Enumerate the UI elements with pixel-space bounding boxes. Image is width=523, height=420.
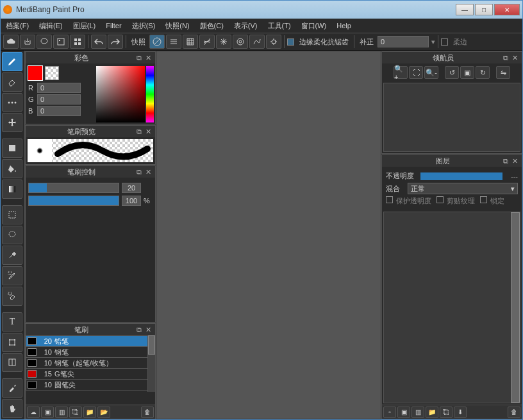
aa-checkbox[interactable]: [287, 38, 294, 46]
close-panel-icon[interactable]: ✕: [144, 127, 153, 136]
cloud-icon[interactable]: [3, 35, 19, 49]
snap-parallel-icon[interactable]: [166, 35, 181, 49]
lock-checkbox[interactable]: [480, 196, 487, 203]
brush-size-value[interactable]: 20: [122, 183, 141, 193]
correct-input[interactable]: [378, 36, 429, 47]
foreground-color-swatch[interactable]: [28, 66, 42, 80]
brush-tool-icon[interactable]: [2, 52, 22, 71]
canvas-area[interactable]: [156, 51, 381, 419]
close-panel-icon[interactable]: ✕: [144, 325, 153, 334]
menu-help[interactable]: Help: [336, 22, 351, 29]
trash-icon[interactable]: 🗑: [141, 407, 154, 418]
zoom-in-icon[interactable]: 🔍+: [394, 66, 408, 79]
brush-item[interactable]: 15G笔尖: [26, 368, 155, 380]
dropdown-icon[interactable]: ▾: [431, 38, 435, 46]
navigator-preview[interactable]: [383, 83, 520, 152]
duplicate-brush-icon[interactable]: ⿻: [69, 407, 82, 418]
layer-list[interactable]: [383, 212, 520, 403]
popout-icon[interactable]: ⧉: [501, 156, 510, 165]
brush-item[interactable]: 10钢笔（起笔/收笔）: [26, 357, 155, 369]
menu-filter[interactable]: Filter: [106, 22, 121, 29]
rotate-left-icon[interactable]: ↺: [445, 66, 459, 79]
menu-window[interactable]: 窗口(W): [301, 21, 327, 31]
menu-select[interactable]: 选択(S): [132, 21, 156, 31]
brush-item[interactable]: 10圆笔尖: [26, 379, 155, 391]
menu-layer[interactable]: 图层(L): [73, 21, 95, 31]
cloud-download-icon[interactable]: ☁: [27, 407, 40, 418]
new-layer2-icon[interactable]: ▣: [397, 407, 410, 418]
menu-color[interactable]: 颜色(C): [200, 21, 224, 31]
menu-snap[interactable]: 快照(N): [165, 21, 189, 31]
menu-edit[interactable]: 编辑(E): [39, 21, 63, 31]
menu-view[interactable]: 表示(V): [234, 21, 258, 31]
brush-size-slider[interactable]: [28, 183, 119, 193]
move-tool-icon[interactable]: [2, 113, 22, 132]
folder-icon[interactable]: 📁: [83, 407, 96, 418]
wand-tool-icon[interactable]: [2, 246, 22, 265]
rotate-right-icon[interactable]: ↻: [476, 66, 490, 79]
new-layer3-icon[interactable]: ▥: [411, 407, 424, 418]
add-brush-icon[interactable]: ▣: [41, 407, 54, 418]
snap-radial-icon[interactable]: [216, 35, 231, 49]
color-picker-area[interactable]: [96, 66, 145, 122]
soft-checkbox[interactable]: [441, 38, 448, 46]
delete-layer-icon[interactable]: 🗑: [508, 407, 520, 418]
close-button[interactable]: ✕: [494, 4, 520, 15]
merge-icon[interactable]: ⬇: [454, 407, 467, 418]
divide-tool-icon[interactable]: [2, 353, 22, 373]
r-input[interactable]: [37, 83, 81, 93]
transform-tool-icon[interactable]: [2, 333, 22, 352]
close-panel-icon[interactable]: ✕: [510, 53, 519, 62]
snap-curve-icon[interactable]: [249, 35, 265, 49]
close-panel-icon[interactable]: ✕: [510, 156, 519, 165]
layer-opacity-slider[interactable]: [420, 172, 502, 180]
hue-slider[interactable]: [146, 66, 154, 122]
popout-icon[interactable]: ⧉: [135, 325, 144, 334]
snap-off-icon[interactable]: [149, 35, 165, 49]
protect-alpha-checkbox[interactable]: [386, 196, 393, 203]
snap-perspective-icon[interactable]: [199, 35, 215, 49]
snap-circle-icon[interactable]: [233, 35, 248, 49]
material-icon[interactable]: [53, 35, 69, 49]
menu-file[interactable]: 档案(F): [6, 21, 29, 31]
brush-item[interactable]: 10钢笔: [26, 346, 155, 358]
select-eraser-tool-icon[interactable]: [2, 287, 22, 306]
duplicate-layer-icon[interactable]: ⿻: [440, 407, 452, 418]
popout-icon[interactable]: ⧉: [135, 167, 144, 176]
undo-icon[interactable]: [91, 35, 106, 49]
background-color-swatch[interactable]: [45, 66, 59, 80]
zoom-out-icon[interactable]: 🔍-: [424, 66, 438, 79]
rotate-reset-icon[interactable]: ▣: [460, 66, 474, 79]
comment-icon[interactable]: [37, 35, 52, 49]
snap-grid-icon[interactable]: [183, 35, 198, 49]
popout-icon[interactable]: ⧉: [135, 127, 144, 136]
export-icon[interactable]: [20, 35, 35, 49]
new-layer-icon[interactable]: ▫: [383, 407, 396, 418]
scrollbar[interactable]: [511, 212, 520, 403]
clipping-checkbox[interactable]: [436, 196, 444, 203]
gradient-tool-icon[interactable]: [2, 180, 22, 199]
lasso-tool-icon[interactable]: [2, 226, 22, 245]
eraser-tool-icon[interactable]: [2, 72, 22, 92]
grid-icon[interactable]: [70, 35, 85, 49]
bucket-tool-icon[interactable]: [2, 159, 22, 178]
zoom-fit-icon[interactable]: ⛶: [409, 66, 423, 79]
dot-tool-icon[interactable]: [2, 93, 22, 112]
add-brush2-icon[interactable]: ▥: [55, 407, 68, 418]
redo-icon[interactable]: [108, 35, 123, 49]
brush-opacity-slider[interactable]: [28, 196, 119, 206]
brush-item[interactable]: 20铅笔: [26, 335, 155, 347]
snap-settings-icon[interactable]: [266, 35, 281, 49]
maximize-button[interactable]: □: [475, 4, 493, 15]
close-panel-icon[interactable]: ✕: [144, 167, 153, 176]
folder-open-icon[interactable]: 📂: [97, 407, 110, 418]
eyedropper-tool-icon[interactable]: [2, 378, 22, 398]
g-input[interactable]: [37, 94, 81, 105]
b-input[interactable]: [37, 106, 81, 116]
popout-icon[interactable]: ⧉: [501, 53, 510, 62]
close-panel-icon[interactable]: ✕: [144, 53, 153, 62]
minimize-button[interactable]: —: [456, 4, 474, 15]
select-pen-tool-icon[interactable]: [2, 266, 22, 285]
menu-tools[interactable]: 工具(T): [268, 21, 291, 31]
text-tool-icon[interactable]: T: [2, 312, 22, 332]
